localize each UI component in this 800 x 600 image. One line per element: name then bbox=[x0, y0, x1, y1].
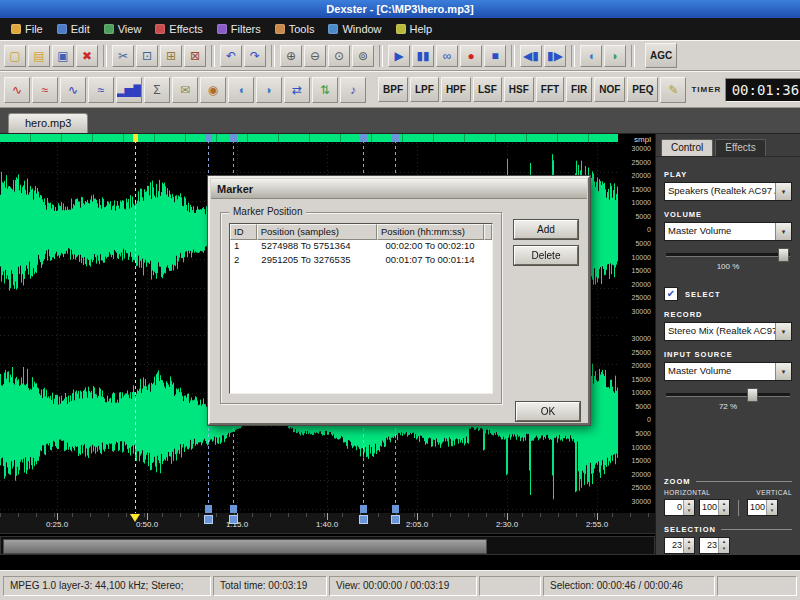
marker-row[interactable]: 15274988 To 575136400:02:00 To 00:02:10 bbox=[230, 240, 492, 254]
spinner-arrows[interactable]: ▴▾ bbox=[683, 500, 694, 515]
play-device-select[interactable]: Speakers (Realtek AC97 Au ▾ bbox=[664, 182, 792, 201]
marker-handle[interactable] bbox=[229, 515, 238, 524]
spinner-arrows[interactable]: ▴▾ bbox=[718, 500, 729, 515]
titlebar[interactable]: Dexster - [C:\MP3\hero.mp3] bbox=[0, 0, 800, 18]
add-button[interactable]: Add bbox=[514, 220, 578, 239]
slider-thumb[interactable] bbox=[747, 388, 758, 402]
wave-amplify-button[interactable]: ≈ bbox=[88, 77, 114, 103]
scrollbar-thumb[interactable] bbox=[3, 539, 487, 554]
record-button[interactable]: ● bbox=[460, 45, 482, 67]
filter-lpf-button[interactable]: LPF bbox=[410, 77, 439, 102]
tab-hero-mp3[interactable]: hero.mp3 bbox=[8, 113, 88, 133]
stop-button[interactable]: ■ bbox=[484, 45, 506, 67]
zoom-out-button[interactable]: ⊖ bbox=[304, 45, 326, 67]
spinner-arrows[interactable]: ▴▾ bbox=[766, 500, 777, 515]
ok-button[interactable]: OK bbox=[516, 402, 580, 421]
resample-button[interactable]: ⇅ bbox=[312, 77, 338, 103]
effects-editor-button[interactable]: ✎ bbox=[660, 77, 686, 103]
marker-handle[interactable] bbox=[204, 515, 213, 524]
marker-row[interactable]: 22951205 To 327653500:01:07 To 00:01:14 bbox=[230, 254, 492, 268]
menu-view[interactable]: View bbox=[97, 21, 149, 37]
spinner-arrows[interactable]: ▴▾ bbox=[718, 538, 729, 553]
cd-burn-button[interactable]: ◉ bbox=[200, 77, 226, 103]
speaker-play-button[interactable]: ◖ bbox=[228, 77, 254, 103]
zoom-h-end-spinner[interactable]: 100▴▾ bbox=[699, 499, 730, 516]
filter-nof-button[interactable]: NOF bbox=[594, 77, 625, 102]
input-source-select[interactable]: Master Volume ▾ bbox=[664, 362, 792, 381]
play-button[interactable]: ▶ bbox=[388, 45, 410, 67]
marker-handle[interactable] bbox=[391, 515, 400, 524]
new-file-button[interactable]: ▢ bbox=[4, 45, 26, 67]
filter-lsf-button[interactable]: LSF bbox=[473, 77, 502, 102]
menu-tools[interactable]: Tools bbox=[268, 21, 322, 37]
menu-filters[interactable]: Filters bbox=[210, 21, 268, 37]
selection-from-spinner[interactable]: 23▴▾ bbox=[664, 537, 695, 554]
menu-file[interactable]: File bbox=[4, 21, 50, 37]
column-header[interactable]: Position (hh:mm:ss) bbox=[377, 224, 484, 240]
delete-button[interactable]: ⊠ bbox=[184, 45, 206, 67]
column-header[interactable]: ID bbox=[230, 224, 257, 240]
zoom-v-spinner[interactable]: 100▴▾ bbox=[747, 499, 778, 516]
timeline-ruler[interactable]: 0:25.00:50.01:15.01:40.02:05.02:30.02:55… bbox=[0, 513, 655, 534]
open-file-button[interactable]: ▤ bbox=[28, 45, 50, 67]
selection-to-spinner[interactable]: 23▴▾ bbox=[699, 537, 730, 554]
filter-bpf-button[interactable]: BPF bbox=[378, 77, 408, 102]
filter-hpf-button[interactable]: HPF bbox=[441, 77, 471, 102]
zoom-full-button[interactable]: ⊚ bbox=[352, 45, 374, 67]
slider-thumb[interactable] bbox=[778, 248, 789, 262]
speaker-right-button[interactable]: ◗ bbox=[604, 45, 626, 67]
statistics-button[interactable]: Σ bbox=[144, 77, 170, 103]
tab-control[interactable]: Control bbox=[661, 139, 713, 156]
marker-list[interactable]: IDPosition (samples)Position (hh:mm:ss) … bbox=[229, 223, 493, 394]
paste-button[interactable]: ⊞ bbox=[160, 45, 182, 67]
save-file-button[interactable]: ▣ bbox=[52, 45, 74, 67]
input-volume-slider[interactable] bbox=[666, 387, 790, 401]
menu-window[interactable]: Window bbox=[321, 21, 388, 37]
wave-normalize-button[interactable]: ∿ bbox=[60, 77, 86, 103]
volume-device-select[interactable]: Master Volume ▾ bbox=[664, 222, 792, 241]
wave-smooth-button[interactable]: ≈ bbox=[32, 77, 58, 103]
spectrum-button[interactable]: ▂▅▇ bbox=[116, 77, 142, 103]
volume-slider[interactable] bbox=[666, 247, 790, 261]
menu-help[interactable]: Help bbox=[389, 21, 440, 37]
record-device-select[interactable]: Stereo Mix (Realtek AC97 A ▾ bbox=[664, 322, 792, 341]
cut-button[interactable]: ✂ bbox=[112, 45, 134, 67]
horizontal-scrollbar[interactable] bbox=[0, 536, 655, 555]
zoom-in-button[interactable]: ⊕ bbox=[280, 45, 302, 67]
close-file-button[interactable]: ✖ bbox=[76, 45, 98, 67]
filter-hsf-button[interactable]: HSF bbox=[504, 77, 534, 102]
menu-edit[interactable]: Edit bbox=[50, 21, 97, 37]
copy-button[interactable]: ⊡ bbox=[136, 45, 158, 67]
chevron-down-icon[interactable]: ▾ bbox=[775, 363, 791, 380]
zoom-selection-button[interactable]: ⊙ bbox=[328, 45, 350, 67]
filter-fir-button[interactable]: FIR bbox=[566, 77, 592, 102]
marker-dialog-titlebar[interactable]: Marker bbox=[211, 179, 587, 199]
goto-end-button[interactable]: ▮▶ bbox=[544, 45, 566, 67]
chevron-down-icon[interactable]: ▾ bbox=[775, 183, 791, 200]
tab-effects[interactable]: Effects bbox=[715, 139, 765, 156]
filter-peq-button[interactable]: PEQ bbox=[627, 77, 658, 102]
chevron-down-icon[interactable]: ▾ bbox=[775, 323, 791, 340]
select-checkbox[interactable]: ✔ bbox=[664, 287, 678, 301]
spinner-arrows[interactable]: ▴▾ bbox=[683, 538, 694, 553]
id3-tag-button[interactable]: ♪ bbox=[340, 77, 366, 103]
wave-draw-button[interactable]: ∿ bbox=[4, 77, 30, 103]
chevron-down-icon[interactable]: ▾ bbox=[775, 223, 791, 240]
marker-handle[interactable] bbox=[359, 515, 368, 524]
convert-button[interactable]: ⇄ bbox=[284, 77, 310, 103]
undo-button[interactable]: ↶ bbox=[220, 45, 242, 67]
zoom-h-start-spinner[interactable]: 0▴▾ bbox=[664, 499, 695, 516]
speaker-record-button[interactable]: ◗ bbox=[256, 77, 282, 103]
filter-fft-button[interactable]: FFT bbox=[536, 77, 564, 102]
loop-button[interactable]: ∞ bbox=[436, 45, 458, 67]
speaker-left-button[interactable]: ◖ bbox=[580, 45, 602, 67]
menu-effects[interactable]: Effects bbox=[148, 21, 209, 37]
goto-start-button[interactable]: ◀▮ bbox=[520, 45, 542, 67]
delete-button[interactable]: Delete bbox=[514, 246, 578, 265]
agc-button[interactable]: AGC bbox=[645, 43, 677, 68]
column-header[interactable]: Position (samples) bbox=[257, 224, 377, 240]
pause-button[interactable]: ▮▮ bbox=[412, 45, 434, 67]
envelope-button[interactable]: ✉ bbox=[172, 77, 198, 103]
redo-button[interactable]: ↷ bbox=[244, 45, 266, 67]
playhead-marker[interactable] bbox=[130, 514, 140, 522]
